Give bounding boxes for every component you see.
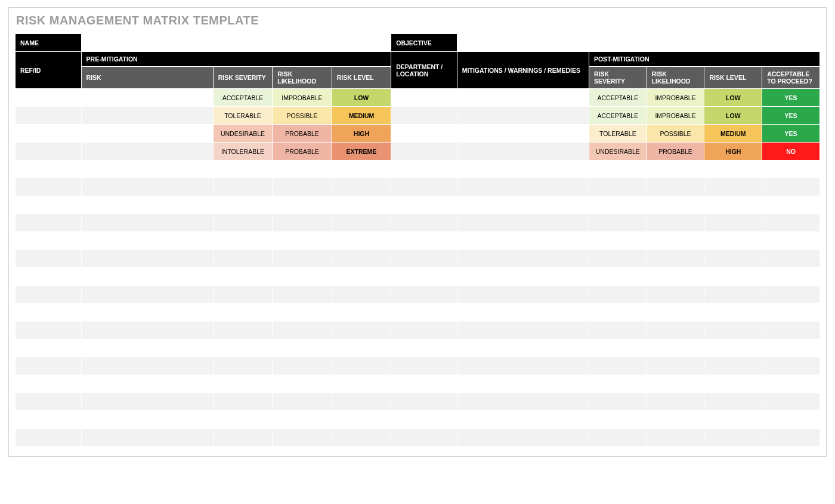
post-severity-cell[interactable] [589,393,647,411]
pre-likelihood-cell[interactable] [273,321,332,339]
ref-id-cell[interactable] [16,375,82,393]
pre-likelihood-cell[interactable]: PROBABLE [273,143,332,160]
post-level-cell[interactable] [704,178,762,196]
post-level-cell[interactable] [704,232,762,250]
post-severity-cell[interactable] [589,196,647,214]
risk-cell[interactable] [81,232,213,250]
pre-severity-cell[interactable] [213,232,273,250]
pre-level-cell[interactable]: LOW [332,89,391,107]
proceed-cell[interactable] [762,232,820,250]
mitigations-cell[interactable] [457,268,589,286]
post-likelihood-cell[interactable]: IMPROBABLE [647,89,704,107]
risk-cell[interactable] [81,339,213,357]
pre-level-cell[interactable] [332,214,391,232]
risk-cell[interactable] [81,89,213,107]
post-level-cell[interactable] [704,393,762,411]
pre-level-cell[interactable] [332,429,391,447]
pre-severity-cell[interactable] [213,160,273,178]
post-level-cell[interactable] [704,196,762,214]
post-severity-cell[interactable] [589,232,647,250]
post-likelihood-cell[interactable] [647,286,704,304]
post-level-cell[interactable] [704,304,762,321]
ref-id-cell[interactable] [16,232,82,250]
pre-severity-cell[interactable] [213,357,273,375]
ref-id-cell[interactable] [16,339,82,357]
pre-likelihood-cell[interactable] [273,393,332,411]
department-cell[interactable] [391,304,457,321]
post-severity-cell[interactable] [589,286,647,304]
proceed-cell[interactable] [762,321,820,339]
proceed-cell[interactable] [762,411,820,429]
mitigations-cell[interactable] [457,339,589,357]
department-cell[interactable] [391,125,457,143]
post-severity-cell[interactable]: UNDESIRABLE [589,143,647,160]
risk-cell[interactable] [81,286,213,304]
ref-id-cell[interactable] [16,268,82,286]
risk-cell[interactable] [81,321,213,339]
post-severity-cell[interactable]: ACCEPTABLE [589,89,647,107]
mitigations-cell[interactable] [457,125,589,143]
post-severity-cell[interactable] [589,321,647,339]
pre-level-cell[interactable] [332,232,391,250]
pre-severity-cell[interactable] [213,375,273,393]
pre-severity-cell[interactable] [213,304,273,321]
post-level-cell[interactable] [704,160,762,178]
post-likelihood-cell[interactable]: POSSIBLE [647,125,704,143]
pre-likelihood-cell[interactable] [273,232,332,250]
post-severity-cell[interactable] [589,375,647,393]
proceed-cell[interactable] [762,196,820,214]
pre-level-cell[interactable] [332,339,391,357]
department-cell[interactable] [391,357,457,375]
pre-likelihood-cell[interactable] [273,411,332,429]
pre-level-cell[interactable] [332,286,391,304]
department-cell[interactable] [391,268,457,286]
department-cell[interactable] [391,429,457,447]
post-severity-cell[interactable] [589,429,647,447]
ref-id-cell[interactable] [16,178,82,196]
pre-severity-cell[interactable] [213,214,273,232]
mitigations-cell[interactable] [457,357,589,375]
department-cell[interactable] [391,411,457,429]
risk-cell[interactable] [81,268,213,286]
mitigations-cell[interactable] [457,286,589,304]
post-likelihood-cell[interactable]: IMPROBABLE [647,107,704,125]
post-level-cell[interactable] [704,214,762,232]
proceed-cell[interactable] [762,250,820,268]
department-cell[interactable] [391,393,457,411]
pre-level-cell[interactable]: EXTREME [332,143,391,160]
pre-likelihood-cell[interactable] [273,250,332,268]
department-cell[interactable] [391,178,457,196]
department-cell[interactable] [391,286,457,304]
post-severity-cell[interactable] [589,250,647,268]
proceed-cell[interactable] [762,178,820,196]
proceed-cell[interactable] [762,286,820,304]
risk-cell[interactable] [81,304,213,321]
pre-severity-cell[interactable] [213,393,273,411]
post-likelihood-cell[interactable] [647,160,704,178]
proceed-cell[interactable] [762,357,820,375]
proceed-cell[interactable]: YES [762,125,820,143]
mitigations-cell[interactable] [457,321,589,339]
pre-likelihood-cell[interactable] [273,160,332,178]
post-likelihood-cell[interactable] [647,429,704,447]
pre-likelihood-cell[interactable] [273,196,332,214]
post-level-cell[interactable] [704,429,762,447]
pre-level-cell[interactable]: HIGH [332,125,391,143]
risk-cell[interactable] [81,357,213,375]
post-level-cell[interactable] [704,250,762,268]
pre-severity-cell[interactable] [213,429,273,447]
department-cell[interactable] [391,89,457,107]
proceed-cell[interactable]: NO [762,143,820,160]
pre-severity-cell[interactable] [213,321,273,339]
mitigations-cell[interactable] [457,160,589,178]
risk-cell[interactable] [81,393,213,411]
ref-id-cell[interactable] [16,143,82,160]
pre-likelihood-cell[interactable] [273,286,332,304]
post-severity-cell[interactable] [589,357,647,375]
pre-likelihood-cell[interactable] [273,178,332,196]
pre-severity-cell[interactable] [213,339,273,357]
ref-id-cell[interactable] [16,304,82,321]
risk-cell[interactable] [81,411,213,429]
proceed-cell[interactable] [762,214,820,232]
pre-level-cell[interactable] [332,304,391,321]
